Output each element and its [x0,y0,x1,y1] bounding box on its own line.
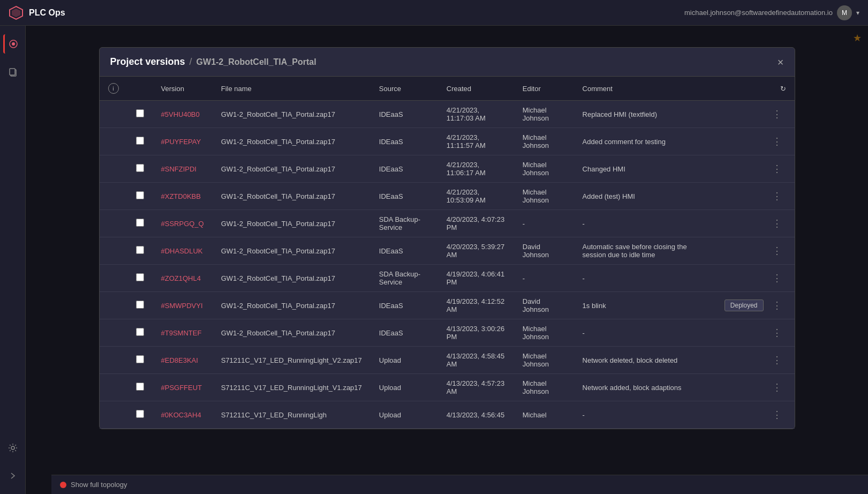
sidebar-item-robot[interactable] [3,34,22,54]
td-source: SDA Backup-Service [371,265,438,292]
row-checkbox[interactable] [136,246,144,254]
refresh-icon[interactable]: ↻ [780,85,786,93]
version-link[interactable]: #T9SMNTEF [161,329,202,337]
td-created: 4/20/2023, 4:07:23 PM [438,210,514,237]
table-row: #ED8E3KAIS71211C_V17_LED_RunningLight_V2… [100,347,795,374]
more-actions-button[interactable]: ⋮ [768,215,786,231]
row-checkbox[interactable] [136,191,144,199]
version-link[interactable]: #SMWPDVYI [161,302,203,310]
row-checkbox[interactable] [136,301,144,309]
td-version: #SMWPDVYI [153,292,213,319]
close-button[interactable]: × [778,57,784,68]
td-source: IDEaaS [371,319,438,347]
td-checkbox [127,183,153,210]
show-topology-label: Show full topology [71,481,127,489]
td-comment: Replaced HMI (textfield) [574,101,716,128]
app-title: PLC Ops [29,8,65,18]
td-source: IDEaaS [371,292,438,319]
th-info: i [100,77,127,101]
versions-table-container[interactable]: i Version File name Source Created Edito… [100,77,795,429]
actions-cell: ⋮ [724,133,786,149]
version-link[interactable]: #XZTD0KBB [161,192,201,200]
table-row: #PSGFFEUTS71211C_V17_LED_RunningLight_V1… [100,374,795,401]
table-row: #T9SMNTEFGW1-2_RobotCell_TIA_Portal.zap1… [100,319,795,347]
row-checkbox[interactable] [136,137,144,145]
svg-marker-1 [12,9,20,17]
version-link[interactable]: #5VHU40B0 [161,110,200,118]
table-row: #5VHU40B0GW1-2_RobotCell_TIA_Portal.zap1… [100,101,795,128]
td-filename: GW1-2_RobotCell_TIA_Portal.zap17 [213,183,371,210]
td-actions: ⋮ [716,374,795,401]
td-source: IDEaaS [371,101,438,128]
sidebar-item-expand[interactable] [3,466,22,485]
td-created: 4/21/2023, 11:11:57 AM [438,128,514,155]
main-layout: ★ Project versions / GW1-2_RobotCell_TIA… [0,26,868,494]
td-created: 4/13/2023, 4:58:45 AM [438,347,514,374]
more-actions-button[interactable]: ⋮ [768,407,786,423]
show-topology-bar[interactable]: Show full topology [51,475,868,494]
td-comment: 1s blink [574,292,716,319]
td-info [100,374,127,401]
td-version: #SNFZIPDI [153,155,213,183]
td-editor: David Johnson [514,292,574,319]
chevron-down-icon[interactable]: ▾ [856,9,859,17]
th-refresh[interactable]: ↻ [716,77,795,101]
version-link[interactable]: #ZOZ1QHL4 [161,274,201,282]
td-actions: Deployed⋮ [716,292,795,319]
more-actions-button[interactable]: ⋮ [768,270,786,286]
td-source: IDEaaS [371,183,438,210]
row-checkbox[interactable] [136,164,144,172]
sidebar [0,26,26,494]
row-checkbox[interactable] [136,410,144,418]
copy-icon [7,66,18,77]
more-actions-button[interactable]: ⋮ [768,297,786,313]
info-icon[interactable]: i [108,83,119,94]
row-checkbox[interactable] [136,219,144,227]
td-comment: Network added, block adaptions [574,374,716,401]
actions-cell: ⋮ [724,243,786,259]
more-actions-button[interactable]: ⋮ [768,379,786,395]
row-checkbox[interactable] [136,328,144,336]
user-email: michael.johnson@softwaredefinedautomatio… [684,9,833,17]
row-checkbox[interactable] [136,273,144,281]
version-link[interactable]: #DHASDLUK [161,247,203,255]
table-row: #ZOZ1QHL4GW1-2_RobotCell_TIA_Portal.zap1… [100,265,795,292]
version-link[interactable]: #SSRPGQ_Q [161,220,204,228]
actions-cell: ⋮ [724,407,786,423]
row-checkbox[interactable] [136,383,144,391]
td-comment: Added comment for testing [574,128,716,155]
td-checkbox [127,210,153,237]
version-link[interactable]: #ED8E3KAI [161,356,198,364]
version-link[interactable]: #PUYFEPAY [161,138,201,146]
version-link[interactable]: #0KOC3AH4 [161,411,201,419]
td-created: 4/19/2023, 4:06:41 PM [438,265,514,292]
avatar[interactable]: M [837,5,852,20]
td-created: 4/19/2023, 4:12:52 AM [438,292,514,319]
more-actions-button[interactable]: ⋮ [768,133,786,149]
td-filename: S71211C_V17_LED_RunningLigh [213,401,371,429]
actions-cell: ⋮ [724,379,786,395]
more-actions-button[interactable]: ⋮ [768,161,786,177]
version-link[interactable]: #PSGFFEUT [161,384,202,392]
td-info [100,128,127,155]
row-checkbox[interactable] [136,109,144,117]
td-checkbox [127,101,153,128]
sidebar-item-settings[interactable] [3,438,22,458]
more-actions-button[interactable]: ⋮ [768,243,786,259]
sidebar-item-copy[interactable] [3,62,22,81]
more-actions-button[interactable]: ⋮ [768,188,786,204]
row-checkbox[interactable] [136,355,144,363]
more-actions-button[interactable]: ⋮ [768,106,786,122]
gear-icon [7,443,18,453]
td-created: 4/13/2023, 4:56:45 [438,401,514,429]
more-actions-button[interactable]: ⋮ [768,352,786,368]
td-filename: GW1-2_RobotCell_TIA_Portal.zap17 [213,128,371,155]
td-filename: GW1-2_RobotCell_TIA_Portal.zap17 [213,155,371,183]
more-actions-button[interactable]: ⋮ [768,325,786,341]
table-row: #DHASDLUKGW1-2_RobotCell_TIA_Portal.zap1… [100,237,795,265]
modal-title-text: Project versions [110,56,185,68]
td-version: #DHASDLUK [153,237,213,265]
version-link[interactable]: #SNFZIPDI [161,165,197,173]
td-checkbox [127,128,153,155]
td-filename: GW1-2_RobotCell_TIA_Portal.zap17 [213,319,371,347]
